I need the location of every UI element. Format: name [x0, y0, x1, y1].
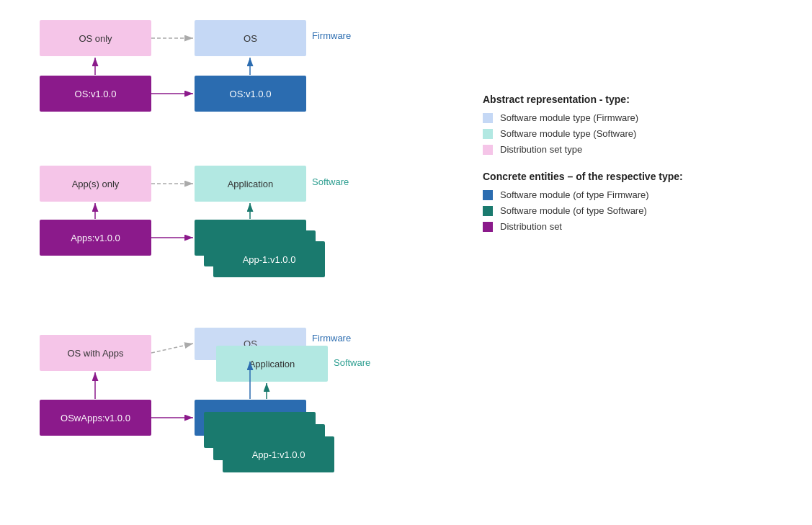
abstract-legend-title: Abstract representation - type:	[483, 94, 793, 105]
distset-concrete-label: Distribution set	[500, 221, 562, 232]
oswapps-dist-type: OS with Apps	[40, 335, 151, 371]
apps-only-dist-type: App(s) only	[40, 166, 151, 202]
legend-firmware-concrete: Software module (of type Firmware)	[483, 189, 793, 200]
legend-software-concrete: Software module (of type Software)	[483, 205, 793, 216]
os-only-dist-type: OS only	[40, 20, 151, 56]
distset-concrete-swatch	[483, 222, 493, 232]
apps-only-software-label: Software	[312, 176, 349, 187]
oswapps-app-type: Application	[216, 346, 328, 382]
software-concrete-swatch	[483, 206, 493, 216]
firmware-type-swatch	[483, 113, 493, 123]
software-concrete-label: Software module (of type Software)	[500, 205, 647, 216]
canvas: OS only OS OS:v1.0.0 OS:v1.0.0 Firmware …	[0, 0, 812, 525]
concrete-legend-title: Concrete entities – of the respective ty…	[483, 171, 793, 182]
distset-type-swatch	[483, 145, 493, 155]
legend-distset-type: Distribution set type	[483, 144, 793, 155]
legend-distset-concrete: Distribution set	[483, 221, 793, 232]
oswapps-firmware-label: Firmware	[312, 333, 351, 344]
oswapps-software-label: Software	[334, 357, 370, 368]
svg-line-12	[151, 344, 193, 353]
firmware-concrete-label: Software module (of type Firmware)	[500, 189, 649, 200]
software-type-label: Software module type (Software)	[500, 128, 636, 139]
apps-only-app1-concrete: App-1:v1.0.0	[213, 241, 325, 277]
os-only-ds-concrete: OS:v1.0.0	[40, 76, 151, 112]
firmware-type-label: Software module type (Firmware)	[500, 112, 638, 123]
software-type-swatch	[483, 129, 493, 139]
os-only-os-type: OS	[195, 20, 306, 56]
oswapps-app1-concrete: App-1:v1.0.0	[223, 436, 334, 472]
os-only-firmware-label: Firmware	[312, 30, 351, 41]
oswapps-ds-concrete: OSwApps:v1.0.0	[40, 400, 151, 436]
legend-firmware-type: Software module type (Firmware)	[483, 112, 793, 123]
os-only-os-concrete: OS:v1.0.0	[195, 76, 306, 112]
distset-type-label: Distribution set type	[500, 144, 582, 155]
apps-only-ds-concrete: Apps:v1.0.0	[40, 220, 151, 256]
firmware-concrete-swatch	[483, 190, 493, 200]
legend: Abstract representation - type: Software…	[483, 94, 793, 237]
legend-software-type: Software module type (Software)	[483, 128, 793, 139]
apps-only-app-type: Application	[195, 166, 306, 202]
